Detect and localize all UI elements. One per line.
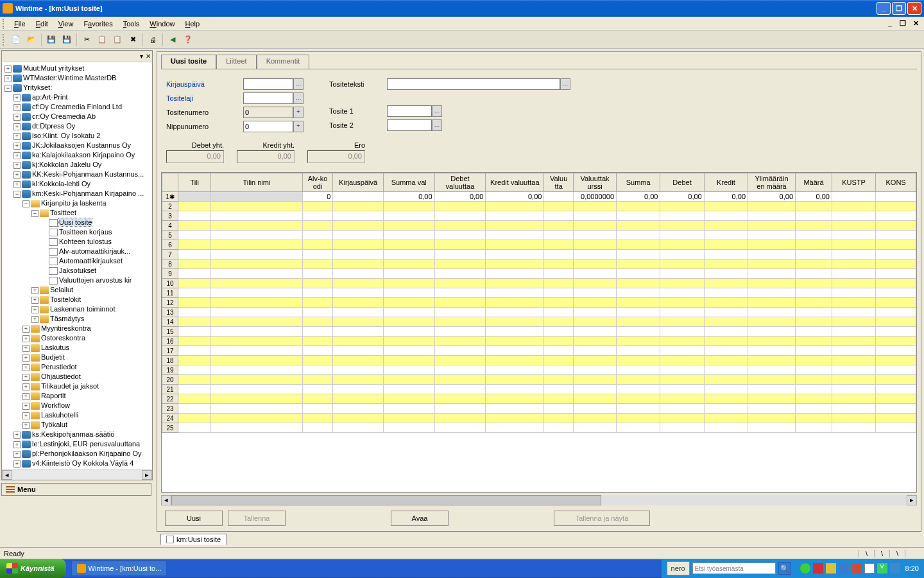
grid-cell[interactable] bbox=[302, 346, 333, 356]
tray-icon[interactable] bbox=[839, 563, 849, 574]
row-header[interactable]: 18 bbox=[162, 356, 178, 365]
grid-cell[interactable] bbox=[211, 404, 302, 414]
grid-cell[interactable] bbox=[486, 250, 544, 259]
tree-expander[interactable]: + bbox=[13, 460, 21, 468]
scrollbar-track[interactable] bbox=[12, 470, 142, 480]
grid-cell[interactable] bbox=[796, 221, 832, 231]
grid-cell[interactable] bbox=[178, 221, 211, 231]
grid-cell[interactable] bbox=[333, 404, 383, 414]
grid-cell[interactable] bbox=[660, 404, 704, 414]
grid-cell[interactable] bbox=[796, 327, 832, 337]
grid-cell[interactable] bbox=[434, 385, 486, 394]
tree-expander[interactable]: + bbox=[13, 152, 21, 159]
grid-cell[interactable] bbox=[434, 317, 486, 327]
grid-cell[interactable] bbox=[211, 414, 302, 423]
inc-tositenumero[interactable]: + bbox=[293, 107, 304, 118]
grid-cell[interactable] bbox=[178, 308, 211, 317]
column-header[interactable]: Kredit bbox=[704, 173, 748, 192]
grid-cell[interactable] bbox=[302, 202, 333, 211]
grid-cell[interactable] bbox=[333, 279, 383, 288]
grid-cell[interactable] bbox=[544, 231, 574, 240]
grid-cell[interactable] bbox=[302, 317, 333, 327]
grid-cell[interactable] bbox=[178, 231, 211, 240]
tree-item[interactable]: ka:Kalajokilaakson Kirjapaino Oy bbox=[32, 151, 135, 159]
grid-cell[interactable] bbox=[748, 279, 796, 288]
grid-cell[interactable] bbox=[704, 279, 748, 288]
grid-cell[interactable] bbox=[832, 385, 875, 394]
grid-cell[interactable] bbox=[660, 269, 704, 279]
grid-cell[interactable] bbox=[434, 365, 486, 375]
grid-cell[interactable] bbox=[796, 394, 832, 404]
grid-cell[interactable] bbox=[544, 365, 574, 375]
grid-cell[interactable] bbox=[434, 202, 486, 211]
tree-item[interactable]: pl:Perhonjokilaakson Kirjapaino Oy bbox=[32, 450, 142, 457]
grid-cell[interactable] bbox=[796, 375, 832, 385]
grid-cell[interactable] bbox=[302, 250, 333, 259]
grid-cell[interactable] bbox=[748, 288, 796, 298]
grid-cell[interactable] bbox=[832, 327, 875, 337]
grid-cell[interactable] bbox=[211, 202, 302, 211]
tree-item[interactable]: Työkalut bbox=[41, 421, 67, 428]
grid-cell[interactable] bbox=[617, 250, 660, 259]
grid-cell[interactable] bbox=[876, 423, 916, 433]
column-header[interactable]: Kirjauspäivä bbox=[333, 173, 383, 192]
grid-cell[interactable] bbox=[333, 202, 383, 211]
column-header[interactable]: Alv-ko odi bbox=[302, 173, 333, 192]
lookup-tositelaji[interactable]: … bbox=[293, 92, 304, 104]
grid-cell[interactable] bbox=[617, 327, 660, 337]
grid-cell[interactable] bbox=[434, 356, 486, 365]
grid-cell[interactable] bbox=[486, 279, 544, 288]
grid-cell[interactable] bbox=[178, 250, 211, 259]
grid-cell[interactable] bbox=[832, 404, 875, 414]
grid-cell[interactable] bbox=[748, 308, 796, 317]
grid-cell[interactable] bbox=[876, 288, 916, 298]
grid-cell[interactable] bbox=[486, 365, 544, 375]
tree-item[interactable]: WTMaster:Wintime MasterDB bbox=[23, 74, 116, 82]
tree-expander[interactable]: + bbox=[31, 306, 38, 313]
grid-cell[interactable] bbox=[333, 317, 383, 327]
grid-cell[interactable] bbox=[832, 250, 875, 259]
grid-cell[interactable] bbox=[486, 414, 544, 423]
grid-cell[interactable] bbox=[383, 202, 434, 211]
tree-item[interactable]: Myyntireskontra bbox=[41, 324, 91, 332]
grid-cell[interactable] bbox=[486, 337, 544, 346]
grid-cell[interactable] bbox=[748, 327, 796, 337]
grid-cell[interactable] bbox=[573, 202, 616, 211]
grid-cell[interactable] bbox=[660, 288, 704, 298]
grid-cell[interactable] bbox=[832, 356, 875, 365]
tree-expander[interactable]: + bbox=[4, 66, 12, 73]
grid-cell[interactable] bbox=[544, 250, 574, 259]
column-header[interactable]: Valuu tta bbox=[544, 173, 574, 192]
row-header[interactable]: 5 bbox=[162, 231, 178, 240]
grid-cell[interactable] bbox=[383, 298, 434, 308]
grid-cell[interactable] bbox=[748, 211, 796, 221]
print-icon[interactable]: 🖨 bbox=[146, 33, 160, 47]
grid-cell[interactable] bbox=[832, 423, 875, 433]
grid-cell[interactable] bbox=[796, 259, 832, 269]
grid-cell[interactable] bbox=[211, 308, 302, 317]
tray-icon[interactable] bbox=[890, 563, 900, 574]
grid-cell[interactable] bbox=[544, 346, 574, 356]
grid-cell[interactable] bbox=[704, 269, 748, 279]
tree-expander[interactable]: − bbox=[22, 200, 30, 207]
grid-cell[interactable] bbox=[876, 317, 916, 327]
grid-cell[interactable] bbox=[302, 211, 333, 221]
column-header[interactable]: Debet valuuttaa bbox=[434, 173, 486, 192]
grid-cell[interactable] bbox=[486, 269, 544, 279]
row-header[interactable]: 8 bbox=[162, 259, 178, 269]
grid-cell[interactable] bbox=[434, 308, 486, 317]
grid-cell[interactable] bbox=[333, 394, 383, 404]
grid-cell[interactable] bbox=[211, 327, 302, 337]
grid-cell[interactable] bbox=[660, 365, 704, 375]
grid-cell[interactable]: 0,00 bbox=[434, 192, 486, 202]
grid-cell[interactable] bbox=[832, 337, 875, 346]
grid-cell[interactable] bbox=[211, 279, 302, 288]
grid-cell[interactable] bbox=[383, 288, 434, 298]
grid-cell[interactable] bbox=[383, 375, 434, 385]
close-button[interactable]: ✕ bbox=[907, 2, 921, 15]
tree-expander[interactable]: + bbox=[22, 403, 30, 410]
grid-cell[interactable] bbox=[486, 221, 544, 231]
row-header[interactable]: 9 bbox=[162, 269, 178, 279]
grid-cell[interactable] bbox=[573, 269, 616, 279]
grid-cell[interactable] bbox=[211, 394, 302, 404]
